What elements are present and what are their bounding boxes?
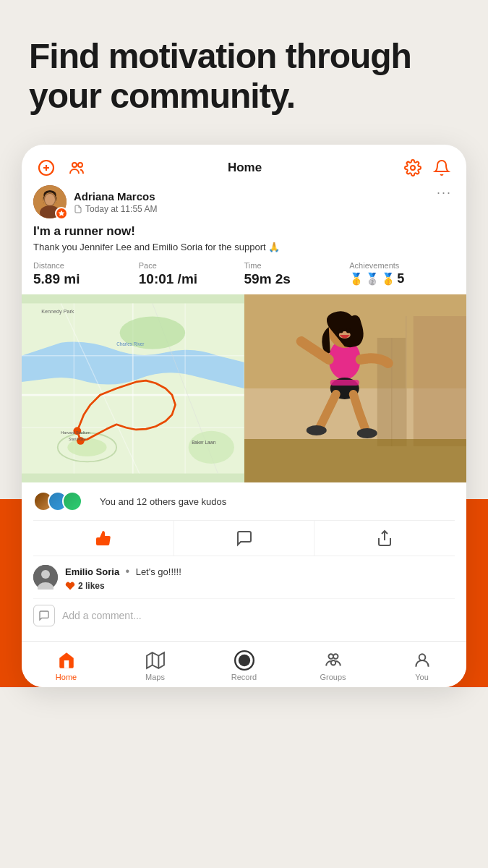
comment-button[interactable] [174, 521, 315, 556]
post-header: Adriana Marcos Today at 11:55 AM ··· [33, 185, 455, 218]
pace-value: 10:01 /mi [139, 271, 244, 287]
comment-avatar [33, 565, 58, 590]
achievements-value: 🥇 🥈 🥇 5 [349, 271, 455, 286]
svg-text:Baker Lawn: Baker Lawn [192, 440, 216, 445]
kudos-avatars [33, 491, 82, 511]
svg-point-4 [78, 163, 82, 167]
hero-title: Find motivation through your community. [29, 36, 459, 116]
nav-home[interactable]: Home [22, 647, 111, 684]
header-title: Home [228, 161, 262, 175]
kudos-text: You and 12 others gave kudos [100, 496, 226, 507]
pace-label: Pace [139, 261, 244, 270]
home-icon [56, 650, 77, 671]
app-card: Home [22, 145, 466, 687]
kudos-section: You and 12 others gave kudos [22, 482, 466, 556]
distance-label: Distance [33, 261, 139, 270]
record-icon [234, 650, 254, 671]
bottom-nav: Home Maps R [22, 641, 466, 687]
svg-text:Charles River: Charles River [116, 342, 144, 347]
nav-maps[interactable]: Maps [111, 647, 200, 684]
svg-text:Start Point: Start Point [69, 438, 86, 442]
svg-marker-51 [147, 653, 164, 669]
more-options-button[interactable]: ··· [434, 185, 455, 200]
user-name: Adriana Marcos [74, 190, 157, 203]
svg-rect-37 [244, 439, 467, 482]
nav-record[interactable]: Record [200, 647, 288, 684]
post-caption-main: I'm a runner now! [33, 224, 455, 239]
nav-you[interactable]: You [377, 647, 466, 684]
you-icon [412, 650, 432, 671]
nav-record-label: Record [231, 673, 257, 681]
svg-point-49 [41, 570, 50, 579]
add-comment-row[interactable]: Add a comment... [33, 598, 455, 632]
kudos-avatar-3 [62, 491, 82, 511]
time-label: Time [244, 261, 350, 270]
card-header: Home [22, 145, 466, 185]
share-button[interactable] [314, 521, 455, 556]
nav-maps-label: Maps [145, 673, 165, 681]
post-time: Today at 11:55 AM [74, 204, 157, 214]
stat-achievements: Achievements 🥇 🥈 🥇 5 [349, 261, 455, 287]
achievements-count: 5 [397, 271, 404, 286]
header-right-icons [403, 158, 452, 178]
notifications-button[interactable] [432, 158, 452, 178]
bronze-medal-icon: 🥇 [381, 272, 395, 286]
svg-point-23 [189, 431, 234, 464]
svg-point-56 [328, 655, 333, 660]
nav-groups-label: Groups [320, 673, 346, 681]
stats-row: Distance 5.89 mi Pace 10:01 /mi Time 59m… [33, 261, 455, 287]
maps-icon [145, 650, 166, 671]
gold-medal-icon: 🥇 [349, 272, 364, 286]
header-left-icons [36, 158, 87, 178]
stat-time: Time 59m 2s [244, 261, 350, 287]
silver-medal-icon: 🥈 [365, 272, 380, 286]
svg-point-5 [411, 166, 415, 170]
comment-text: Let's go!!!!! [136, 566, 181, 577]
svg-point-57 [333, 655, 338, 660]
nav-groups[interactable]: Groups [288, 647, 377, 684]
add-comment-placeholder[interactable]: Add a comment... [62, 610, 142, 621]
map-section[interactable]: Kennedy Park Charles River Harvard Stadi… [22, 294, 244, 482]
distance-value: 5.89 mi [33, 271, 139, 287]
app-card-wrapper: Home [0, 145, 488, 687]
user-avatar-container [33, 185, 67, 218]
comment-content: Emilio Soria • Let's go!!!!! 2 likes [65, 565, 181, 591]
stat-distance: Distance 5.89 mi [33, 261, 139, 287]
svg-point-45 [338, 328, 343, 333]
add-activity-button[interactable] [36, 158, 56, 178]
svg-point-9 [45, 194, 55, 205]
comment-likes-count: 2 likes [78, 581, 105, 591]
svg-point-55 [238, 655, 249, 666]
svg-marker-10 [59, 210, 65, 216]
svg-rect-33 [413, 316, 466, 446]
post-caption-sub: Thank you Jennifer Lee and Emilio Soria … [33, 242, 455, 252]
svg-point-43 [356, 428, 377, 438]
settings-button[interactable] [403, 158, 423, 178]
kudos-row: You and 12 others gave kudos [33, 491, 455, 511]
achievements-label: Achievements [349, 261, 455, 270]
comment-separator: • [126, 565, 130, 577]
comment-username: Emilio Soria [65, 566, 119, 577]
svg-text:Harvard Stadium: Harvard Stadium [61, 431, 90, 435]
time-value: 59m 2s [244, 271, 350, 287]
post-container: Adriana Marcos Today at 11:55 AM ··· I'm… [22, 185, 466, 287]
hero-section: Find motivation through your community. [0, 0, 488, 137]
comment-item: Emilio Soria • Let's go!!!!! 2 likes [33, 565, 455, 591]
strava-badge [55, 207, 68, 220]
friends-button[interactable] [67, 158, 87, 178]
action-bar [33, 520, 455, 556]
svg-point-42 [306, 425, 326, 435]
media-split: Kennedy Park Charles River Harvard Stadi… [22, 294, 466, 482]
nav-home-label: Home [56, 673, 77, 681]
svg-point-58 [330, 660, 335, 665]
comment-likes: 2 likes [65, 581, 181, 591]
post-user-info: Adriana Marcos Today at 11:55 AM [33, 185, 157, 218]
kudos-button[interactable] [33, 521, 174, 556]
comment-input-icon [33, 605, 55, 626]
svg-point-59 [419, 655, 425, 661]
user-meta: Adriana Marcos Today at 11:55 AM [74, 190, 157, 214]
comment-header: Emilio Soria • Let's go!!!!! [65, 565, 181, 578]
stat-pace: Pace 10:01 /mi [139, 261, 244, 287]
svg-rect-41 [330, 380, 359, 386]
nav-you-label: You [415, 673, 429, 681]
